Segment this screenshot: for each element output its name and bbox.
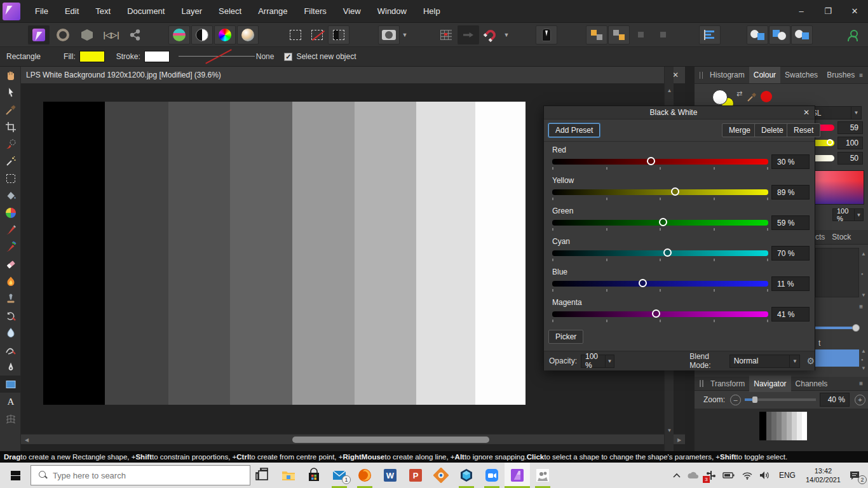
tab-histogram[interactable]: Histogram xyxy=(705,67,749,83)
dialog-close-icon[interactable]: ✕ xyxy=(803,108,810,117)
green-value[interactable]: 59 % xyxy=(771,215,810,230)
account-button[interactable] xyxy=(842,25,864,44)
red-slider[interactable] xyxy=(552,159,768,165)
menu-text[interactable]: Text xyxy=(87,0,119,22)
language-indicator[interactable]: ENG xyxy=(774,471,801,480)
canvas-image[interactable] xyxy=(43,102,526,405)
menu-arrange[interactable]: Arrange xyxy=(250,0,295,22)
taskbar-hexagon-app-icon[interactable] xyxy=(454,463,479,488)
move-by-whole-pixels-button[interactable] xyxy=(458,25,479,44)
scroll-left-icon[interactable]: ◀ xyxy=(22,435,31,445)
taskbar-gimp-icon[interactable] xyxy=(530,463,555,488)
layers-scroll-down-icon[interactable]: ▼ xyxy=(861,365,866,371)
panel-menu-icon[interactable]: ≡ xyxy=(859,72,863,79)
develop-persona-button[interactable] xyxy=(76,25,98,44)
taskbar-affinity-photo-icon[interactable] xyxy=(505,463,530,488)
scroll-up-icon[interactable]: ▲ xyxy=(665,86,674,95)
saturation-value[interactable]: 100 xyxy=(837,137,863,149)
hidden-icons-chevron-icon[interactable] xyxy=(670,463,684,488)
smudge-tool[interactable] xyxy=(0,341,21,358)
auto-contrast-button[interactable] xyxy=(191,25,213,44)
stroke-style-widget[interactable] xyxy=(179,50,274,63)
view-tool[interactable] xyxy=(0,67,21,84)
menu-edit[interactable]: Edit xyxy=(57,0,87,22)
toggle-grid-button[interactable] xyxy=(435,25,457,44)
red-slider-thumb[interactable] xyxy=(647,157,655,165)
stroke-swatch[interactable] xyxy=(144,51,170,62)
clone-stamp-tool[interactable] xyxy=(0,290,21,307)
selection-brush-tool[interactable] xyxy=(0,135,21,152)
taskbar-search[interactable] xyxy=(31,465,250,485)
move-to-front-button[interactable] xyxy=(586,25,607,44)
search-input[interactable] xyxy=(53,471,250,480)
mesh-warp-tool[interactable] xyxy=(0,410,21,427)
tab-stock[interactable]: Stock xyxy=(827,229,855,245)
foreground-colour-swatch[interactable] xyxy=(712,90,728,105)
menu-file[interactable]: File xyxy=(27,0,57,22)
flood-select-tool[interactable] xyxy=(0,152,21,170)
snapping-dropdown-arrow[interactable]: ▼ xyxy=(502,25,511,44)
updates-icon[interactable]: 3 xyxy=(703,463,719,488)
taskbar-image-viewer-icon[interactable] xyxy=(428,463,454,488)
document-tab[interactable]: LPS White Background 1920x1200.jpg [Modi… xyxy=(21,67,685,84)
rectangle-tool[interactable] xyxy=(0,376,21,393)
scroll-down-icon[interactable]: ▼ xyxy=(665,426,674,435)
select-new-object-checkbox[interactable]: ✓ xyxy=(284,53,292,61)
taskbar-store-icon[interactable] xyxy=(301,463,327,488)
wifi-icon[interactable] xyxy=(738,463,756,488)
tone-mapping-persona-button[interactable]: |◁▷| xyxy=(100,25,122,44)
magenta-value[interactable]: 41 % xyxy=(771,307,810,322)
selected-layer-row[interactable] xyxy=(815,349,859,367)
taskbar-clock[interactable]: 13:42 14/02/2021 xyxy=(801,466,846,484)
close-button[interactable]: ✕ xyxy=(841,0,868,22)
restore-button[interactable]: ❐ xyxy=(815,0,841,22)
panel-scroll-up-icon[interactable]: ▲ xyxy=(861,251,866,257)
auto-white-balance-button[interactable] xyxy=(237,25,259,44)
hue-value[interactable]: 59 xyxy=(837,121,863,134)
gradient-tool[interactable] xyxy=(0,204,21,221)
photo-persona-button[interactable] xyxy=(28,25,50,44)
opacity-dropdown[interactable]: 100 %▼ xyxy=(581,355,614,368)
paint-brush-tool[interactable] xyxy=(0,221,21,238)
speaker-icon[interactable] xyxy=(756,463,774,488)
menu-document[interactable]: Document xyxy=(119,0,173,22)
taskbar-video-call-icon[interactable] xyxy=(479,463,505,488)
fill-swatch[interactable] xyxy=(79,51,105,62)
lightness-value[interactable]: 50 xyxy=(837,152,863,165)
magenta-slider-thumb[interactable] xyxy=(652,309,660,318)
colour-replacement-brush-tool[interactable] xyxy=(0,238,21,255)
undo-brush-tool[interactable] xyxy=(0,307,21,324)
battery-icon[interactable] xyxy=(719,463,738,488)
blur-tool[interactable] xyxy=(0,324,21,341)
snapping-magnet-button[interactable] xyxy=(480,25,501,44)
taskbar-task-view-icon[interactable] xyxy=(250,463,276,488)
horizontal-scroll-thumb[interactable] xyxy=(292,437,489,443)
move-to-back-button[interactable] xyxy=(608,25,630,44)
cyan-slider[interactable] xyxy=(552,250,768,256)
tab-navigator[interactable]: Navigator xyxy=(749,376,790,392)
start-button[interactable] xyxy=(0,463,31,488)
flood-fill-tool[interactable] xyxy=(0,187,21,204)
picked-colour-dot[interactable] xyxy=(761,91,772,102)
mask-dropdown-arrow[interactable]: ▼ xyxy=(400,25,409,44)
panel-scroll-thumb-icon[interactable]: ● xyxy=(861,272,864,276)
menu-layer[interactable]: Layer xyxy=(173,0,210,22)
cyan-slider-thumb[interactable] xyxy=(663,248,672,257)
auto-colour-button[interactable] xyxy=(214,25,236,44)
onedrive-cloud-icon[interactable] xyxy=(684,463,703,488)
green-slider-thumb[interactable] xyxy=(659,218,667,226)
colour-opacity-dropdown[interactable]: 100 %▼ xyxy=(832,208,864,221)
blend-mode-dropdown[interactable]: Normal▼ xyxy=(729,355,801,368)
deselect-button[interactable] xyxy=(306,25,328,44)
dialog-title-bar[interactable]: Black & White ✕ xyxy=(544,106,815,119)
boolean-add-button[interactable] xyxy=(747,25,768,44)
reset-button[interactable]: Reset xyxy=(787,123,820,137)
move-backward-button[interactable] xyxy=(653,25,674,44)
alignment-button[interactable] xyxy=(699,25,721,44)
taskbar-firefox-icon[interactable] xyxy=(352,463,377,488)
magenta-slider[interactable] xyxy=(552,311,768,317)
menu-select[interactable]: Select xyxy=(210,0,250,22)
blue-slider-thumb[interactable] xyxy=(639,279,647,287)
tab-colour[interactable]: Colour xyxy=(749,67,780,83)
marquee-select-tool[interactable] xyxy=(0,170,21,187)
